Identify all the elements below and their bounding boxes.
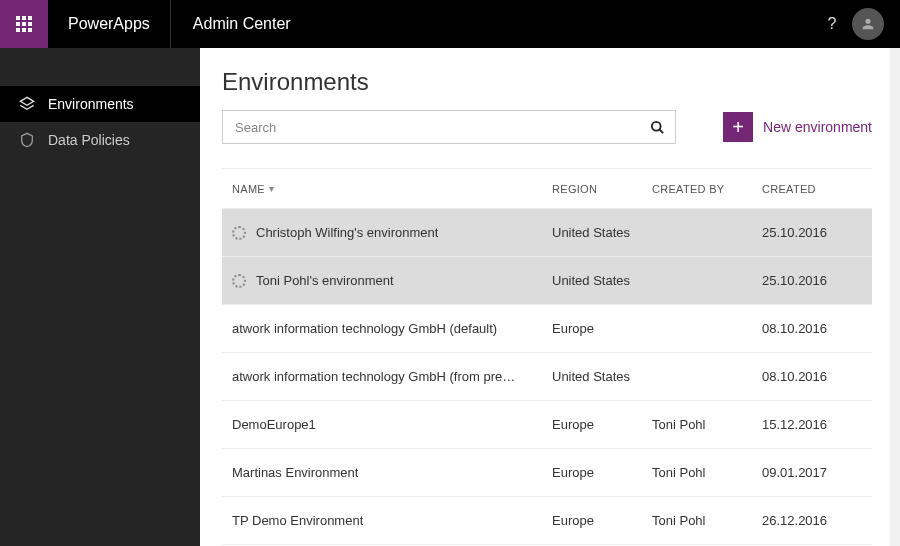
table-row[interactable]: Martinas EnvironmentEuropeToni Pohl09.01… (222, 449, 872, 497)
table-header: NAME ▾ REGION CREATED BY CREATED (222, 169, 872, 209)
row-name: TP Demo Environment (232, 513, 363, 528)
environments-table: NAME ▾ REGION CREATED BY CREATED Christo… (222, 168, 872, 545)
svg-rect-2 (28, 16, 32, 20)
column-header-created[interactable]: CREATED (762, 183, 852, 195)
sidebar: Environments Data Policies (0, 48, 200, 546)
search-icon (650, 120, 665, 135)
svg-rect-5 (28, 22, 32, 26)
table-row[interactable]: atwork information technology GmbH (from… (222, 353, 872, 401)
svg-rect-4 (22, 22, 26, 26)
row-name: Toni Pohl's environment (256, 273, 394, 288)
search-input[interactable] (223, 120, 639, 135)
chevron-down-icon: ▾ (269, 183, 274, 194)
table-row[interactable]: Christoph Wilfing's environmentUnited St… (222, 209, 872, 257)
content-area: Environments + New environment NAME ▾ RE… (200, 48, 900, 546)
svg-point-10 (651, 121, 660, 130)
app-launcher[interactable] (0, 0, 48, 48)
layers-icon (18, 96, 36, 112)
row-created: 08.10.2016 (762, 321, 852, 336)
row-created: 09.01.2017 (762, 465, 852, 480)
page-title: Environments (222, 68, 872, 96)
row-region: United States (552, 273, 652, 288)
row-created-by: Toni Pohl (652, 417, 762, 432)
svg-rect-0 (16, 16, 20, 20)
scrollbar[interactable] (890, 48, 900, 546)
row-name: Martinas Environment (232, 465, 358, 480)
sidebar-item-environments[interactable]: Environments (0, 86, 200, 122)
row-name: atwork information technology GmbH (from… (232, 369, 515, 384)
loading-spinner-icon (232, 274, 246, 288)
sidebar-item-data-policies[interactable]: Data Policies (0, 122, 200, 158)
person-icon (860, 16, 876, 32)
loading-spinner-icon (232, 226, 246, 240)
row-created: 08.10.2016 (762, 369, 852, 384)
column-header-region[interactable]: REGION (552, 183, 652, 195)
plus-icon: + (723, 112, 753, 142)
new-environment-label: New environment (763, 119, 872, 135)
svg-rect-7 (22, 28, 26, 32)
row-region: Europe (552, 465, 652, 480)
column-header-name[interactable]: NAME ▾ (232, 183, 552, 195)
table-row[interactable]: DemoEurope1EuropeToni Pohl15.12.2016 (222, 401, 872, 449)
sidebar-item-label: Environments (48, 96, 134, 112)
top-bar: PowerApps Admin Center ? (0, 0, 900, 48)
toolbar: + New environment (222, 110, 872, 144)
new-environment-button[interactable]: + New environment (723, 112, 872, 142)
column-header-created-by[interactable]: CREATED BY (652, 183, 762, 195)
column-header-name-label: NAME (232, 183, 265, 195)
sidebar-item-label: Data Policies (48, 132, 130, 148)
table-row[interactable]: TP Demo EnvironmentEuropeToni Pohl26.12.… (222, 497, 872, 545)
row-created: 26.12.2016 (762, 513, 852, 528)
svg-rect-6 (16, 28, 20, 32)
row-region: United States (552, 369, 652, 384)
help-button[interactable]: ? (812, 15, 852, 33)
svg-line-11 (659, 129, 663, 133)
row-name: Christoph Wilfing's environment (256, 225, 438, 240)
search-button[interactable] (639, 110, 675, 144)
waffle-icon (16, 16, 32, 32)
row-region: Europe (552, 321, 652, 336)
svg-rect-1 (22, 16, 26, 20)
svg-marker-9 (20, 97, 33, 105)
row-name: DemoEurope1 (232, 417, 316, 432)
search-box (222, 110, 676, 144)
table-row[interactable]: atwork information technology GmbH (defa… (222, 305, 872, 353)
table-row[interactable]: Toni Pohl's environmentUnited States25.1… (222, 257, 872, 305)
user-avatar[interactable] (852, 8, 884, 40)
row-created: 25.10.2016 (762, 225, 852, 240)
row-created: 25.10.2016 (762, 273, 852, 288)
row-region: Europe (552, 513, 652, 528)
row-created-by: Toni Pohl (652, 513, 762, 528)
brand-name[interactable]: PowerApps (48, 0, 171, 48)
app-title: Admin Center (171, 15, 313, 33)
row-region: United States (552, 225, 652, 240)
row-created-by: Toni Pohl (652, 465, 762, 480)
svg-rect-8 (28, 28, 32, 32)
svg-rect-3 (16, 22, 20, 26)
row-name: atwork information technology GmbH (defa… (232, 321, 497, 336)
shield-icon (18, 132, 36, 148)
row-created: 15.12.2016 (762, 417, 852, 432)
row-region: Europe (552, 417, 652, 432)
